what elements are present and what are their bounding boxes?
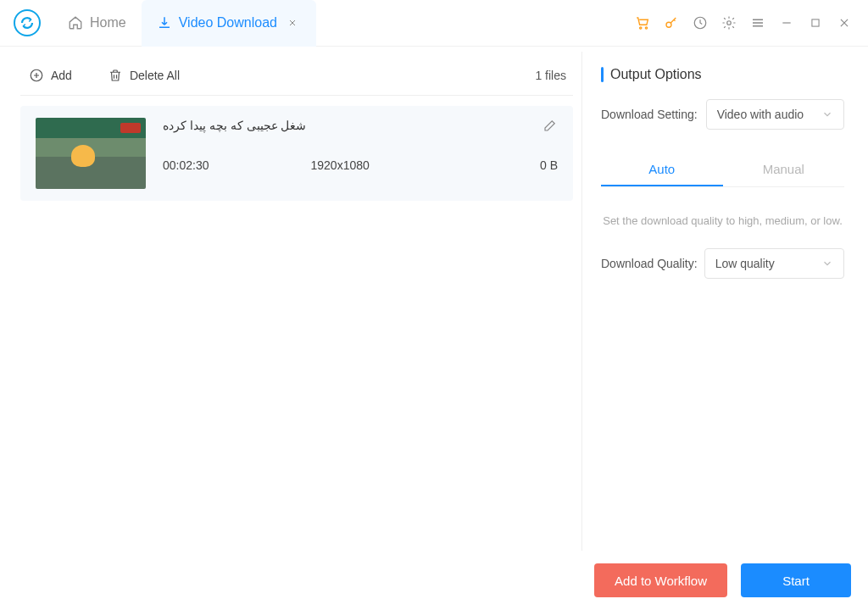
titlebar-actions: [634, 14, 860, 31]
output-panel: Output Options Download Setting: Video w…: [581, 52, 860, 551]
file-panel: Add Delete All 1 files شغل عجیبی که بچه …: [8, 52, 581, 551]
tab-manual[interactable]: Manual: [723, 153, 845, 186]
delete-all-label: Delete All: [130, 69, 180, 82]
download-quality-row: Download Quality: Low quality: [601, 248, 844, 279]
svg-point-1: [645, 27, 647, 29]
history-icon[interactable]: [692, 14, 709, 31]
add-button[interactable]: Add: [20, 63, 81, 88]
file-duration: 00:02:30: [163, 158, 209, 172]
svg-point-0: [640, 27, 642, 29]
download-setting-row: Download Setting: Video with audio: [601, 99, 844, 130]
output-title-text: Output Options: [610, 67, 702, 82]
menu-icon[interactable]: [749, 14, 766, 31]
gear-icon[interactable]: [721, 14, 737, 31]
svg-point-2: [666, 22, 671, 27]
chevron-down-icon: [821, 108, 833, 120]
file-info: شغل عجیبی که بچه پیدا کرده 00:02:30 1920…: [163, 118, 558, 172]
cart-icon[interactable]: [634, 14, 651, 31]
minimize-icon[interactable]: [778, 14, 795, 31]
file-title: شغل عجیبی که بچه پیدا کرده: [163, 119, 306, 132]
home-icon: [68, 15, 83, 30]
tab-home-label: Home: [90, 15, 126, 30]
quality-tabs: Auto Manual: [601, 153, 844, 187]
title-bar-accent: [601, 67, 604, 82]
output-title: Output Options: [601, 67, 844, 82]
svg-point-4: [727, 21, 732, 25]
svg-rect-5: [812, 19, 819, 26]
titlebar: Home Video Download: [0, 0, 868, 47]
close-icon[interactable]: [284, 14, 301, 31]
file-item[interactable]: شغل عجیبی که بچه پیدا کرده 00:02:30 1920…: [20, 106, 573, 201]
tab-home[interactable]: Home: [53, 0, 142, 47]
delete-all-button[interactable]: Delete All: [99, 63, 188, 88]
plus-circle-icon: [29, 68, 44, 83]
chevron-down-icon: [821, 258, 833, 269]
add-label: Add: [51, 69, 72, 82]
file-count: 1 files: [535, 69, 573, 82]
download-setting-select[interactable]: Video with audio: [706, 99, 844, 130]
start-button[interactable]: Start: [741, 563, 851, 597]
tab-auto[interactable]: Auto: [601, 153, 723, 186]
download-icon: [157, 15, 172, 30]
download-quality-value: Low quality: [715, 257, 775, 270]
maximize-icon[interactable]: [807, 14, 824, 31]
download-setting-label: Download Setting:: [601, 108, 698, 121]
tab-active-label: Video Download: [179, 15, 277, 30]
video-thumbnail: [36, 118, 146, 189]
tab-video-download[interactable]: Video Download: [142, 0, 316, 47]
file-resolution: 1920x1080: [311, 158, 370, 172]
trash-icon: [108, 68, 123, 83]
download-setting-value: Video with audio: [717, 108, 804, 121]
footer: Add to Workflow Start: [0, 551, 868, 610]
add-to-workflow-button[interactable]: Add to Workflow: [594, 563, 727, 597]
key-icon[interactable]: [663, 14, 680, 31]
window-close-icon[interactable]: [836, 14, 853, 31]
toolbar: Add Delete All 1 files: [20, 55, 573, 96]
download-quality-label: Download Quality:: [601, 257, 698, 270]
main-area: Add Delete All 1 files شغل عجیبی که بچه …: [0, 47, 868, 551]
download-quality-select[interactable]: Low quality: [704, 248, 844, 279]
app-logo: [14, 9, 41, 36]
quality-help-text: Set the download quality to high, medium…: [601, 213, 844, 230]
edit-icon[interactable]: [542, 118, 558, 133]
file-size: 0 B: [540, 158, 558, 172]
